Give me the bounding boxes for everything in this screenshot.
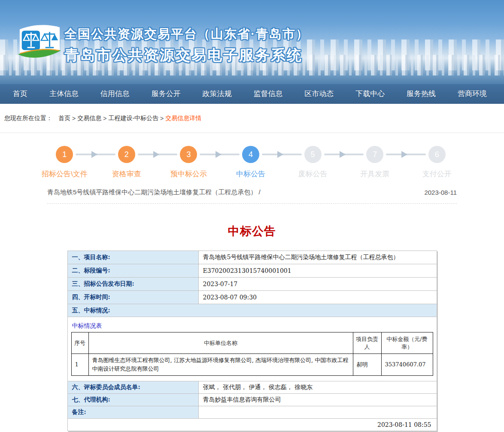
nav-item-supervision[interactable]: 监督信息 [253, 84, 282, 104]
table-row: 中标情况表 序号 中标单位名称 项目负责人 中标金额（元/费率） 1 青岛图维生… [67, 317, 437, 381]
nav-item-business[interactable]: 营商环境 [458, 84, 487, 104]
nav-item-subject[interactable]: 主体信息 [49, 84, 79, 104]
breadcrumb-award-notice-category[interactable]: 工程建设-中标公告 [108, 115, 158, 122]
nav-item-download[interactable]: 下载中心 [355, 84, 385, 104]
breadcrumb-home[interactable]: 首页 [58, 115, 70, 122]
main-nav: 首页 主体信息 信用信息 服务公开 政策法规 监督信息 区市动态 下载中心 服务… [0, 84, 504, 104]
step-number: 4 [242, 146, 259, 163]
table-row: 七、代理机构: 青岛妙益丰信息咨询有限公司 [67, 394, 437, 406]
project-name-label: 一、项目名称: [67, 251, 198, 264]
platform-title: 全国公共资源交易平台（山东省·青岛市） [64, 26, 309, 43]
announcement-date-label: 三、招标公告发布日期: [67, 278, 198, 291]
nav-item-policy[interactable]: 政策法规 [203, 84, 232, 104]
evaluation-committee-label: 六、评标委员会成员名单: [67, 381, 198, 394]
step-qualification-review[interactable]: 2 资格审查 [96, 146, 158, 179]
notice-detail-table: 一、项目名称: 青岛地铁5号线镇平路维保中心二期污染场地土壤修复工程（工程总承包… [67, 251, 437, 431]
step-label: 资格审查 [112, 169, 141, 179]
system-title: 青岛市公共资源交易电子服务系统 [64, 45, 309, 65]
table-row: 备注: [67, 406, 437, 419]
nav-item-hotline[interactable]: 服务热线 [407, 84, 436, 104]
step-number: 2 [118, 146, 135, 163]
remarks-value [198, 406, 437, 419]
project-name-value: 青岛地铁5号线镇平路维保中心二期污染场地土壤修复工程（工程总承包） [198, 251, 437, 264]
lead-value: 郝明 [353, 354, 381, 376]
table-row: 四、开标时间: 2023-08-07 09:30 [67, 291, 437, 304]
agency-label: 七、代理机构: [67, 394, 198, 406]
table-row: 五、中标情况: [67, 304, 437, 317]
amount-header: 中标金额（元/费率） [381, 332, 433, 354]
step-number: 1 [56, 146, 73, 163]
step-label: 预中标公示 [170, 169, 207, 179]
bid-opening-time-value: 2023-08-07 09:30 [198, 291, 437, 304]
nav-item-district[interactable]: 区市动态 [304, 84, 334, 104]
agency-value: 青岛妙益丰信息咨询有限公司 [198, 394, 437, 406]
breadcrumb-separator: > [103, 115, 106, 122]
step-label: 废标公告 [298, 169, 328, 179]
table-header-row: 序号 中标单位名称 项目负责人 中标金额（元/费率） [71, 332, 433, 354]
announcement-date-value: 2023-07-17 [198, 278, 437, 291]
step-number: 3 [180, 146, 197, 163]
table-row: 二、标段编号: E3702002313015740001001 [67, 264, 437, 278]
nav-item-credit[interactable]: 信用信息 [100, 84, 130, 104]
step-label: 招标公告\文件 [42, 169, 88, 179]
step-tender-announcement[interactable]: 1 招标公告\文件 [33, 146, 96, 179]
winner-value: 青岛图维生态环境工程有限公司, 江苏大地益源环境修复有限公司, 杰瑞环境治理有限… [88, 354, 353, 376]
nav-item-home[interactable]: 首页 [13, 84, 27, 104]
project-date: 2023-08-11 [424, 189, 457, 196]
step-number: 5 [304, 146, 322, 163]
publish-time: 2023-08-11 08:55 [67, 419, 437, 431]
project-header-row: 青岛地铁5号线镇平路维保中心二期污染场地土壤修复工程（工程总承包） / 2023… [47, 188, 457, 204]
remarks-label: 备注: [67, 406, 198, 419]
process-steps: 1 招标公告\文件 2 资格审查 3 预中标公示 4 中标公告 5 废标公告 7… [0, 133, 504, 179]
section-number-value: E3702002313015740001001 [198, 264, 437, 278]
step-label: 中标公告 [236, 169, 265, 179]
step-cancelled-bid-announcement[interactable]: 5 废标公告 [282, 146, 344, 179]
table-row: 一、项目名称: 青岛地铁5号线镇平路维保中心二期污染场地土壤修复工程（工程总承包… [67, 251, 437, 264]
award-table-caption: 中标情况表 [72, 322, 433, 330]
section-number-label: 二、标段编号: [67, 264, 198, 278]
step-label: 支付公开 [422, 169, 452, 179]
breadcrumb-trade-info[interactable]: 交易信息 [77, 115, 101, 122]
breadcrumb-separator: > [72, 115, 76, 122]
step-pre-award-publicity[interactable]: 3 预中标公示 [158, 146, 220, 179]
award-result-table: 序号 中标单位名称 项目负责人 中标金额（元/费率） 1 青岛图维生态环境工程有… [71, 332, 433, 376]
nav-item-service[interactable]: 服务公开 [152, 84, 181, 104]
table-row: 1 青岛图维生态环境工程有限公司, 江苏大地益源环境修复有限公司, 杰瑞环境治理… [71, 354, 433, 376]
step-label: 开具发票 [360, 169, 389, 179]
breadcrumb: 您现在所在位置： 首页 > 交易信息 > 工程建设-中标公告 > 交易信息详情 [0, 104, 504, 133]
table-row: 2023-08-11 08:55 [67, 419, 437, 431]
lead-header: 项目负责人 [353, 332, 381, 354]
platform-logo-icon [16, 21, 63, 64]
breadcrumb-prefix: 您现在所在位置： [4, 115, 52, 122]
evaluation-committee-value: 张斌， 张代朋， 伊通， 侯志磊， 徐晓东 [198, 381, 437, 394]
step-number: 7 [366, 146, 383, 163]
breadcrumb-current: 交易信息详情 [165, 115, 201, 122]
amount-value: 353740607.07 [381, 354, 433, 376]
step-payment-disclosure[interactable]: 6 支付公开 [406, 146, 468, 179]
breadcrumb-separator: > [160, 115, 164, 122]
table-row: 三、招标公告发布日期: 2023-07-17 [67, 278, 437, 291]
seq-header: 序号 [71, 332, 88, 354]
seq-value: 1 [71, 354, 88, 376]
page-title: 中标公告 [0, 224, 504, 239]
award-situation-content: 中标情况表 序号 中标单位名称 项目负责人 中标金额（元/费率） 1 青岛图维生… [67, 317, 437, 381]
step-award-announcement[interactable]: 4 中标公告 [220, 146, 282, 179]
award-situation-label: 五、中标情况: [67, 304, 437, 317]
step-number: 6 [428, 146, 446, 163]
header-banner: 全国公共资源交易平台（山东省·青岛市） 青岛市公共资源交易电子服务系统 首页 主… [0, 0, 504, 104]
step-invoice-issue[interactable]: 7 开具发票 [344, 146, 406, 179]
table-row: 六、评标委员会成员名单: 张斌， 张代朋， 伊通， 侯志磊， 徐晓东 [67, 381, 437, 394]
winner-header: 中标单位名称 [88, 332, 353, 354]
bid-opening-time-label: 四、开标时间: [67, 291, 198, 304]
project-title: 青岛地铁5号线镇平路维保中心二期污染场地土壤修复工程（工程总承包） / [47, 188, 261, 196]
